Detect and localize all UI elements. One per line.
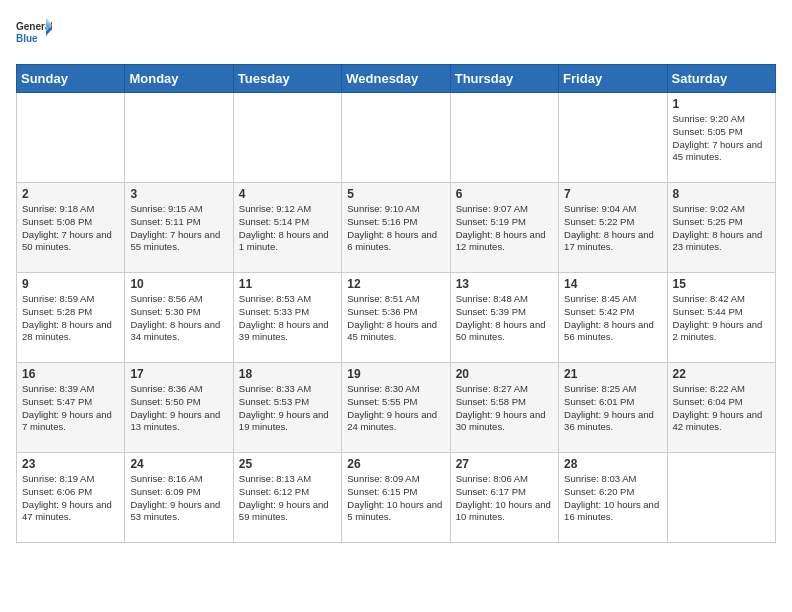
day-cell — [233, 93, 341, 183]
day-cell: 18Sunrise: 8:33 AM Sunset: 5:53 PM Dayli… — [233, 363, 341, 453]
weekday-header-tuesday: Tuesday — [233, 65, 341, 93]
day-cell: 27Sunrise: 8:06 AM Sunset: 6:17 PM Dayli… — [450, 453, 558, 543]
logo: General Blue — [16, 16, 52, 52]
day-info: Sunrise: 8:33 AM Sunset: 5:53 PM Dayligh… — [239, 383, 336, 434]
day-cell — [559, 93, 667, 183]
day-info: Sunrise: 9:18 AM Sunset: 5:08 PM Dayligh… — [22, 203, 119, 254]
day-cell — [125, 93, 233, 183]
day-cell — [17, 93, 125, 183]
day-cell: 21Sunrise: 8:25 AM Sunset: 6:01 PM Dayli… — [559, 363, 667, 453]
day-number: 25 — [239, 457, 336, 471]
day-number: 23 — [22, 457, 119, 471]
day-cell: 15Sunrise: 8:42 AM Sunset: 5:44 PM Dayli… — [667, 273, 775, 363]
day-info: Sunrise: 8:16 AM Sunset: 6:09 PM Dayligh… — [130, 473, 227, 524]
day-number: 3 — [130, 187, 227, 201]
day-number: 24 — [130, 457, 227, 471]
svg-text:Blue: Blue — [16, 33, 38, 44]
day-info: Sunrise: 8:09 AM Sunset: 6:15 PM Dayligh… — [347, 473, 444, 524]
day-cell: 23Sunrise: 8:19 AM Sunset: 6:06 PM Dayli… — [17, 453, 125, 543]
day-info: Sunrise: 9:07 AM Sunset: 5:19 PM Dayligh… — [456, 203, 553, 254]
weekday-header-thursday: Thursday — [450, 65, 558, 93]
day-cell: 20Sunrise: 8:27 AM Sunset: 5:58 PM Dayli… — [450, 363, 558, 453]
day-info: Sunrise: 8:39 AM Sunset: 5:47 PM Dayligh… — [22, 383, 119, 434]
weekday-header-sunday: Sunday — [17, 65, 125, 93]
day-number: 16 — [22, 367, 119, 381]
day-number: 17 — [130, 367, 227, 381]
day-cell: 11Sunrise: 8:53 AM Sunset: 5:33 PM Dayli… — [233, 273, 341, 363]
week-row-4: 23Sunrise: 8:19 AM Sunset: 6:06 PM Dayli… — [17, 453, 776, 543]
day-cell: 5Sunrise: 9:10 AM Sunset: 5:16 PM Daylig… — [342, 183, 450, 273]
day-info: Sunrise: 8:53 AM Sunset: 5:33 PM Dayligh… — [239, 293, 336, 344]
day-cell: 8Sunrise: 9:02 AM Sunset: 5:25 PM Daylig… — [667, 183, 775, 273]
day-info: Sunrise: 8:42 AM Sunset: 5:44 PM Dayligh… — [673, 293, 770, 344]
day-number: 14 — [564, 277, 661, 291]
day-info: Sunrise: 9:04 AM Sunset: 5:22 PM Dayligh… — [564, 203, 661, 254]
day-number: 22 — [673, 367, 770, 381]
day-cell: 24Sunrise: 8:16 AM Sunset: 6:09 PM Dayli… — [125, 453, 233, 543]
day-info: Sunrise: 9:12 AM Sunset: 5:14 PM Dayligh… — [239, 203, 336, 254]
day-info: Sunrise: 9:20 AM Sunset: 5:05 PM Dayligh… — [673, 113, 770, 164]
day-cell: 9Sunrise: 8:59 AM Sunset: 5:28 PM Daylig… — [17, 273, 125, 363]
day-info: Sunrise: 8:22 AM Sunset: 6:04 PM Dayligh… — [673, 383, 770, 434]
calendar-table: SundayMondayTuesdayWednesdayThursdayFrid… — [16, 64, 776, 543]
day-cell: 2Sunrise: 9:18 AM Sunset: 5:08 PM Daylig… — [17, 183, 125, 273]
week-row-2: 9Sunrise: 8:59 AM Sunset: 5:28 PM Daylig… — [17, 273, 776, 363]
day-number: 18 — [239, 367, 336, 381]
day-number: 6 — [456, 187, 553, 201]
day-number: 8 — [673, 187, 770, 201]
day-number: 15 — [673, 277, 770, 291]
day-cell — [342, 93, 450, 183]
day-cell: 12Sunrise: 8:51 AM Sunset: 5:36 PM Dayli… — [342, 273, 450, 363]
day-number: 26 — [347, 457, 444, 471]
day-cell: 7Sunrise: 9:04 AM Sunset: 5:22 PM Daylig… — [559, 183, 667, 273]
day-info: Sunrise: 8:27 AM Sunset: 5:58 PM Dayligh… — [456, 383, 553, 434]
day-number: 11 — [239, 277, 336, 291]
weekday-header-row: SundayMondayTuesdayWednesdayThursdayFrid… — [17, 65, 776, 93]
day-cell: 19Sunrise: 8:30 AM Sunset: 5:55 PM Dayli… — [342, 363, 450, 453]
day-cell: 17Sunrise: 8:36 AM Sunset: 5:50 PM Dayli… — [125, 363, 233, 453]
day-info: Sunrise: 8:19 AM Sunset: 6:06 PM Dayligh… — [22, 473, 119, 524]
day-info: Sunrise: 8:48 AM Sunset: 5:39 PM Dayligh… — [456, 293, 553, 344]
day-info: Sunrise: 8:30 AM Sunset: 5:55 PM Dayligh… — [347, 383, 444, 434]
day-cell: 25Sunrise: 8:13 AM Sunset: 6:12 PM Dayli… — [233, 453, 341, 543]
day-cell: 4Sunrise: 9:12 AM Sunset: 5:14 PM Daylig… — [233, 183, 341, 273]
day-cell: 3Sunrise: 9:15 AM Sunset: 5:11 PM Daylig… — [125, 183, 233, 273]
day-number: 10 — [130, 277, 227, 291]
day-cell: 1Sunrise: 9:20 AM Sunset: 5:05 PM Daylig… — [667, 93, 775, 183]
day-info: Sunrise: 8:36 AM Sunset: 5:50 PM Dayligh… — [130, 383, 227, 434]
weekday-header-saturday: Saturday — [667, 65, 775, 93]
day-number: 1 — [673, 97, 770, 111]
day-number: 12 — [347, 277, 444, 291]
day-number: 28 — [564, 457, 661, 471]
day-number: 21 — [564, 367, 661, 381]
week-row-1: 2Sunrise: 9:18 AM Sunset: 5:08 PM Daylig… — [17, 183, 776, 273]
day-cell: 10Sunrise: 8:56 AM Sunset: 5:30 PM Dayli… — [125, 273, 233, 363]
day-info: Sunrise: 8:06 AM Sunset: 6:17 PM Dayligh… — [456, 473, 553, 524]
header: General Blue — [16, 16, 776, 52]
day-number: 27 — [456, 457, 553, 471]
day-number: 7 — [564, 187, 661, 201]
weekday-header-monday: Monday — [125, 65, 233, 93]
logo-svg: General Blue — [16, 16, 52, 52]
day-cell: 16Sunrise: 8:39 AM Sunset: 5:47 PM Dayli… — [17, 363, 125, 453]
week-row-3: 16Sunrise: 8:39 AM Sunset: 5:47 PM Dayli… — [17, 363, 776, 453]
day-cell — [450, 93, 558, 183]
day-info: Sunrise: 9:10 AM Sunset: 5:16 PM Dayligh… — [347, 203, 444, 254]
day-cell: 13Sunrise: 8:48 AM Sunset: 5:39 PM Dayli… — [450, 273, 558, 363]
day-number: 4 — [239, 187, 336, 201]
day-cell: 26Sunrise: 8:09 AM Sunset: 6:15 PM Dayli… — [342, 453, 450, 543]
day-number: 13 — [456, 277, 553, 291]
week-row-0: 1Sunrise: 9:20 AM Sunset: 5:05 PM Daylig… — [17, 93, 776, 183]
day-number: 2 — [22, 187, 119, 201]
day-info: Sunrise: 8:03 AM Sunset: 6:20 PM Dayligh… — [564, 473, 661, 524]
day-info: Sunrise: 8:13 AM Sunset: 6:12 PM Dayligh… — [239, 473, 336, 524]
day-info: Sunrise: 9:02 AM Sunset: 5:25 PM Dayligh… — [673, 203, 770, 254]
day-info: Sunrise: 8:25 AM Sunset: 6:01 PM Dayligh… — [564, 383, 661, 434]
day-cell: 28Sunrise: 8:03 AM Sunset: 6:20 PM Dayli… — [559, 453, 667, 543]
day-cell: 6Sunrise: 9:07 AM Sunset: 5:19 PM Daylig… — [450, 183, 558, 273]
day-cell: 22Sunrise: 8:22 AM Sunset: 6:04 PM Dayli… — [667, 363, 775, 453]
day-info: Sunrise: 8:59 AM Sunset: 5:28 PM Dayligh… — [22, 293, 119, 344]
day-number: 9 — [22, 277, 119, 291]
day-cell: 14Sunrise: 8:45 AM Sunset: 5:42 PM Dayli… — [559, 273, 667, 363]
day-info: Sunrise: 8:45 AM Sunset: 5:42 PM Dayligh… — [564, 293, 661, 344]
